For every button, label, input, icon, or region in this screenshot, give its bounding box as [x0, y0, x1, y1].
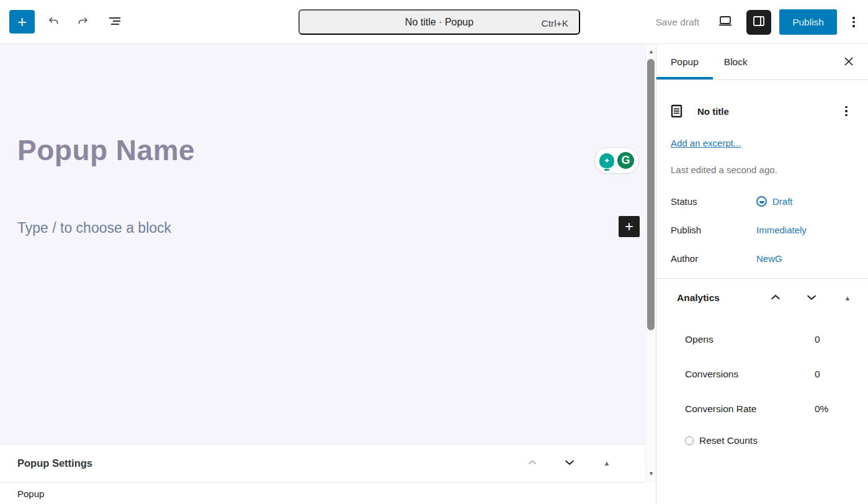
- tab-block[interactable]: Block: [724, 44, 748, 80]
- collapse-analytics-button[interactable]: ▲: [840, 290, 855, 305]
- kebab-icon: [852, 17, 855, 19]
- save-draft-button[interactable]: Save draft: [651, 13, 705, 32]
- post-summary-section: No title Add an excerpt... Last edited a…: [656, 80, 868, 267]
- collapse-panel-button[interactable]: ▲: [599, 456, 614, 471]
- list-view-icon: [107, 13, 123, 31]
- command-search-bar[interactable]: No title · Popup Ctrl+K: [298, 9, 580, 35]
- grammarly-logo-icon[interactable]: G: [616, 151, 635, 170]
- analytics-title: Analytics: [677, 292, 768, 304]
- block-breadcrumb-bar: Popup: [0, 482, 645, 504]
- keyboard-shortcut-label: Ctrl+K: [542, 11, 569, 36]
- publish-button[interactable]: Publish: [779, 9, 837, 35]
- publish-label: Publish: [671, 225, 756, 235]
- plus-icon: +: [17, 14, 27, 30]
- settings-sidebar: Popup Block No title Add an excerpt... L: [656, 44, 868, 504]
- post-card-title: No title: [697, 106, 838, 117]
- move-panel-up-button[interactable]: [525, 456, 540, 471]
- conversion-rate-value: 0%: [815, 403, 828, 415]
- analytics-stats: Opens 0 Conversions 0 Conversion Rate 0%…: [656, 317, 868, 446]
- sidebar-panel-icon: [751, 14, 766, 30]
- conversion-rate-row: Conversion Rate 0%: [685, 392, 868, 426]
- tab-popup[interactable]: Popup: [671, 44, 699, 80]
- grammarly-widget[interactable]: ✦ G: [594, 147, 639, 174]
- undo-icon: [45, 14, 60, 30]
- post-title-input[interactable]: Popup Name: [17, 133, 576, 168]
- analytics-panel: Analytics ▲ Opens 0: [656, 278, 868, 446]
- editor-top-bar: + No title · Popup Ctrl+K: [0, 0, 868, 44]
- chevron-up-icon: [769, 290, 782, 306]
- devices-preview-icon: [717, 13, 733, 31]
- preview-button[interactable]: [712, 9, 738, 35]
- conversions-value: 0: [815, 369, 820, 380]
- reset-counts-checkbox[interactable]: [685, 436, 694, 445]
- close-icon: [843, 56, 854, 69]
- author-value: NewG: [756, 253, 782, 264]
- close-sidebar-button[interactable]: [838, 51, 860, 73]
- redo-button[interactable]: [71, 9, 97, 35]
- author-value-button[interactable]: NewG: [756, 253, 782, 264]
- toolbar-left-group: +: [0, 9, 128, 35]
- opens-row: Opens 0: [685, 322, 868, 357]
- author-field-row: Author NewG: [671, 250, 855, 267]
- move-analytics-down-button[interactable]: [804, 290, 819, 305]
- popup-settings-panel-controls: ▲: [525, 456, 628, 471]
- document-icon: [671, 104, 682, 118]
- opens-label: Opens: [685, 334, 815, 345]
- publish-value-button[interactable]: Immediately: [756, 225, 807, 235]
- document-overview-button[interactable]: [102, 9, 128, 35]
- empty-block-placeholder[interactable]: Type / to choose a block: [17, 220, 514, 236]
- draft-status-icon: [756, 196, 767, 207]
- triangle-up-icon: ▲: [844, 295, 851, 302]
- document-title-label: No title · Popup: [405, 17, 473, 28]
- grammarly-suggestion-bulb-icon[interactable]: ✦: [599, 153, 614, 168]
- publish-value: Immediately: [756, 225, 807, 235]
- chevron-up-icon: [526, 456, 539, 470]
- editor-canvas[interactable]: Popup Name ✦ G Type / to choose a block …: [0, 44, 645, 444]
- conversions-row: Conversions 0: [685, 357, 868, 392]
- status-value: Draft: [772, 196, 793, 207]
- author-label: Author: [671, 253, 756, 264]
- post-actions-menu-button[interactable]: [838, 99, 855, 124]
- chevron-down-icon: [805, 290, 818, 306]
- settings-sidebar-toggle-button[interactable]: [746, 10, 771, 35]
- undo-button[interactable]: [40, 9, 66, 35]
- analytics-panel-header[interactable]: Analytics ▲: [656, 279, 868, 317]
- scroll-up-arrow[interactable]: ▲: [646, 47, 656, 56]
- sidebar-tabs: Popup Block: [656, 44, 868, 80]
- plus-icon: +: [625, 219, 633, 234]
- add-excerpt-link[interactable]: Add an excerpt...: [671, 138, 741, 148]
- conversion-rate-label: Conversion Rate: [685, 403, 815, 415]
- reset-counts-control[interactable]: Reset Counts: [685, 435, 868, 446]
- breadcrumb[interactable]: Popup: [17, 488, 44, 499]
- move-panel-down-button[interactable]: [562, 456, 577, 471]
- toolbar-right-group: Save draft Publish: [651, 0, 868, 44]
- last-edited-text: Last edited a second ago.: [671, 164, 855, 175]
- chevron-down-icon: [563, 456, 576, 471]
- status-field-row: Status Draft: [671, 192, 855, 210]
- editor-main-column: Popup Name ✦ G Type / to choose a block …: [0, 44, 645, 504]
- analytics-panel-controls: ▲: [768, 290, 855, 305]
- conversions-label: Conversions: [685, 369, 815, 380]
- block-inserter-toggle-button[interactable]: +: [9, 10, 35, 34]
- reset-counts-label: Reset Counts: [699, 435, 758, 446]
- triangle-up-icon: ▲: [604, 460, 611, 467]
- scroll-down-arrow[interactable]: ▼: [646, 469, 656, 479]
- scrollbar-thumb[interactable]: [647, 59, 655, 330]
- opens-value: 0: [815, 334, 820, 345]
- move-analytics-up-button[interactable]: [768, 290, 783, 305]
- publish-field-row: Publish Immediately: [671, 221, 855, 238]
- post-card-row: No title: [671, 99, 855, 124]
- popup-editor-window: + No title · Popup Ctrl+K: [0, 0, 868, 504]
- status-value-button[interactable]: Draft: [756, 196, 793, 207]
- editor-scrollbar[interactable]: ▲ ▼: [645, 44, 656, 482]
- popup-settings-panel-header[interactable]: Popup Settings ▲: [0, 444, 645, 482]
- popup-settings-title: Popup Settings: [17, 457, 525, 469]
- add-block-button[interactable]: +: [619, 216, 640, 237]
- status-label: Status: [671, 196, 756, 207]
- kebab-icon: [845, 106, 848, 109]
- redo-icon: [76, 14, 91, 30]
- active-tab-indicator: [656, 77, 713, 79]
- options-menu-button[interactable]: [845, 10, 862, 35]
